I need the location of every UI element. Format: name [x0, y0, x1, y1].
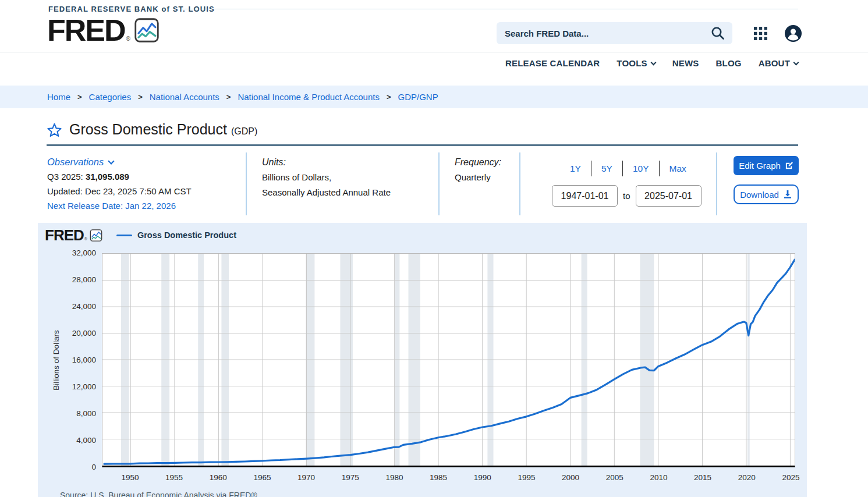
x-tick: 2025	[775, 473, 806, 482]
column-divider	[519, 152, 520, 215]
chart-watermark-reg: ®	[84, 237, 87, 241]
nav-about[interactable]: ABOUT	[759, 58, 798, 68]
date-to-label: to	[623, 191, 630, 201]
breadcrumb-national-accounts[interactable]: National Accounts	[150, 92, 219, 102]
frequency-value: Quarterly	[455, 170, 501, 185]
observations-dropdown[interactable]: Observations	[47, 155, 192, 169]
units-line1: Billions of Dollars,	[262, 170, 391, 185]
title-divider	[47, 144, 798, 146]
fred-logo[interactable]: FRED ®	[47, 15, 160, 45]
x-tick: 1965	[246, 473, 278, 482]
graph-buttons: Edit Graph Download	[734, 156, 799, 204]
y-axis-ticks: 04,0008,00012,00016,00020,00024,00028,00…	[38, 253, 96, 467]
edit-graph-button[interactable]: Edit Graph	[734, 156, 799, 175]
breadcrumb: Home>Categories>National Accounts>Nation…	[0, 86, 868, 108]
x-tick: 1960	[203, 473, 234, 482]
breadcrumb-home[interactable]: Home	[47, 92, 70, 102]
nav-tools[interactable]: TOOLS	[617, 58, 655, 68]
range-1y[interactable]: 1Y	[560, 164, 591, 174]
breadcrumb-separator: >	[387, 93, 391, 101]
chart-header: FRED ® Gross Domestic Product	[45, 228, 236, 243]
range-selector: 1Y5Y10YMax	[560, 161, 696, 176]
y-tick: 32,000	[72, 248, 96, 257]
y-tick: 8,000	[76, 409, 96, 418]
nav-news[interactable]: NEWS	[672, 58, 699, 68]
download-icon	[783, 190, 792, 199]
frequency-column: Frequency: Quarterly	[455, 155, 501, 185]
user-account-icon[interactable]	[784, 24, 802, 42]
apps-grid-icon[interactable]	[753, 26, 768, 41]
x-tick: 1985	[423, 473, 454, 482]
x-tick: 2010	[643, 473, 674, 482]
series-ticker: (GDP)	[231, 123, 257, 137]
column-divider	[246, 152, 247, 215]
search-input[interactable]	[505, 29, 710, 38]
latest-value: 31,095.089	[86, 172, 129, 182]
chart-watermark: FRED	[45, 228, 84, 243]
range-5y[interactable]: 5Y	[591, 164, 622, 174]
download-label: Download	[740, 190, 779, 200]
edit-pencil-icon	[785, 161, 793, 170]
y-tick: 12,000	[72, 382, 96, 391]
x-tick: 1975	[335, 473, 366, 482]
x-tick: 2020	[731, 473, 763, 482]
nav-blog[interactable]: BLOG	[716, 58, 742, 68]
gdp-line-chart	[102, 254, 795, 466]
frequency-label: Frequency:	[455, 155, 501, 170]
gdp-series-line[interactable]	[104, 260, 795, 464]
observations-column: Observations Q3 2025: 31,095.089 Updated…	[47, 155, 192, 213]
x-tick: 2015	[687, 473, 718, 482]
x-tick: 1950	[114, 473, 146, 482]
series-info-bar: Observations Q3 2025: 31,095.089 Updated…	[0, 152, 868, 218]
fred-chart-icon	[134, 18, 160, 42]
series-header: Gross Domestic Product (GDP)	[47, 121, 257, 138]
fred-logo-registered-mark: ®	[126, 36, 130, 42]
start-date-input[interactable]	[552, 185, 618, 207]
search-icon[interactable]	[710, 26, 725, 41]
range-max[interactable]: Max	[660, 164, 696, 174]
x-tick: 1995	[511, 473, 542, 482]
favorite-star-icon[interactable]	[47, 123, 62, 137]
breadcrumb-separator: >	[77, 93, 82, 101]
column-divider	[438, 152, 440, 215]
x-tick: 1980	[378, 473, 410, 482]
legend-line-swatch	[116, 235, 132, 236]
date-range-controls: to	[552, 185, 702, 207]
y-tick: 16,000	[72, 356, 96, 364]
breadcrumb-national-income-product-accounts[interactable]: National Income & Product Accounts	[238, 92, 379, 102]
plot-area[interactable]	[102, 253, 795, 467]
range-10y[interactable]: 10Y	[623, 164, 659, 174]
edit-graph-label: Edit Graph	[739, 161, 781, 171]
end-date-input[interactable]	[636, 185, 702, 207]
x-tick: 2000	[555, 473, 586, 482]
download-button[interactable]: Download	[734, 184, 799, 204]
chart-panel: FRED ® Gross Domestic Product Billions o…	[38, 223, 807, 497]
y-tick: 4,000	[76, 436, 96, 445]
units-column: Units: Billions of Dollars, Seasonally A…	[262, 155, 391, 200]
next-release-link[interactable]: Next Release Date: Jan 22, 2026	[47, 198, 192, 213]
nav-release-calendar[interactable]: RELEASE CALENDAR	[505, 58, 600, 68]
header-actions	[497, 22, 802, 44]
search-box[interactable]	[497, 22, 732, 44]
chevron-down-icon	[650, 59, 656, 65]
latest-observation: Q3 2025: 31,095.089	[47, 169, 192, 184]
x-tick: 1955	[158, 473, 190, 482]
header-divider	[0, 52, 868, 52]
breadcrumb-gdp-gnp[interactable]: GDP/GNP	[398, 92, 438, 102]
x-axis-ticks: 1950195519601965197019751980198519901995…	[102, 473, 795, 485]
y-tick: 0	[91, 463, 96, 471]
x-tick: 1990	[467, 473, 498, 482]
legend-label: Gross Domestic Product	[137, 230, 236, 240]
source-note: Source: U.S. Bureau of Economic Analysis…	[60, 491, 257, 497]
chevron-down-icon	[793, 59, 799, 65]
y-tick: 24,000	[72, 302, 96, 311]
x-tick: 1970	[290, 473, 322, 482]
legend-item-gdp[interactable]: Gross Domestic Product	[116, 230, 236, 240]
bank-rule-divider	[180, 9, 798, 9]
units-label: Units:	[262, 155, 391, 170]
y-tick: 20,000	[72, 329, 96, 338]
page-title: Gross Domestic Product	[69, 121, 227, 138]
y-tick: 28,000	[72, 275, 96, 284]
breadcrumb-categories[interactable]: Categories	[89, 92, 132, 102]
latest-period: Q3 2025:	[47, 172, 86, 182]
